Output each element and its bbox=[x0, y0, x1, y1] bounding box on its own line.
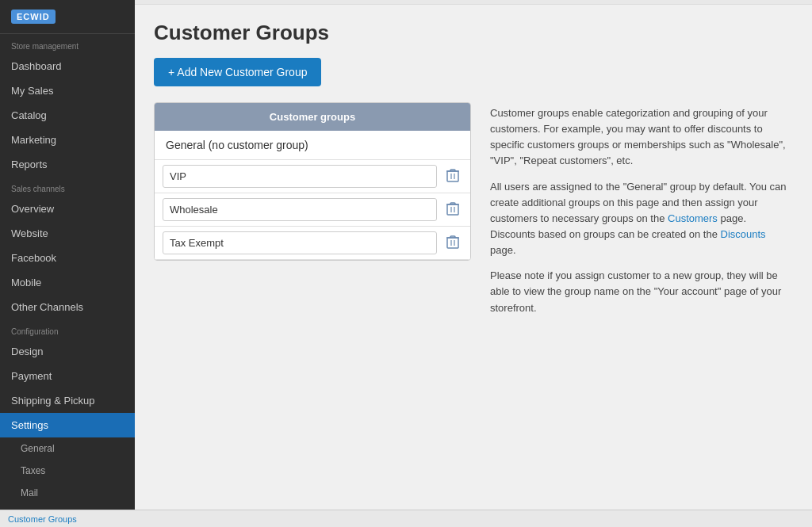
sidebar-item-settings[interactable]: Settings bbox=[0, 413, 135, 437]
logo-text: ECWID bbox=[11, 10, 56, 24]
sidebar-item-dashboard[interactable]: Dashboard bbox=[0, 54, 135, 78]
svg-rect-0 bbox=[447, 171, 458, 181]
discounts-link[interactable]: Discounts bbox=[721, 228, 766, 240]
configuration-label: Configuration bbox=[0, 319, 135, 339]
sidebar-sub-mail[interactable]: Mail bbox=[0, 482, 135, 504]
store-management-label: Store management bbox=[0, 34, 135, 54]
customers-link[interactable]: Customers bbox=[668, 212, 718, 224]
table-row bbox=[155, 227, 470, 260]
info-para2: All users are assigned to the "General" … bbox=[490, 179, 793, 259]
sidebar-item-catalog[interactable]: Catalog bbox=[0, 103, 135, 128]
sidebar-sub-taxes[interactable]: Taxes bbox=[0, 460, 135, 482]
breadcrumb: Customer Groups bbox=[0, 510, 812, 527]
info-para3: Please note if you assign customer to a … bbox=[490, 268, 793, 315]
page-content: Customer Groups + Add New Customer Group… bbox=[135, 5, 812, 345]
add-new-customer-group-button[interactable]: + Add New Customer Group bbox=[154, 58, 321, 86]
page-title: Customer Groups bbox=[154, 21, 793, 45]
info-para1: Customer groups enable categorization an… bbox=[490, 105, 793, 170]
sidebar-item-facebook[interactable]: Facebook bbox=[0, 246, 135, 270]
general-group-label: General (no customer group) bbox=[166, 139, 308, 151]
info-para2-suffix: page. bbox=[490, 244, 516, 256]
vip-group-input[interactable] bbox=[163, 165, 437, 188]
trash-icon bbox=[446, 201, 459, 216]
sidebar-item-marketing[interactable]: Marketing bbox=[0, 128, 135, 152]
customer-groups-table: Customer groups General (no customer gro… bbox=[154, 102, 471, 261]
breadcrumb-link[interactable]: Customer Groups bbox=[8, 514, 77, 524]
sidebar-item-my-sales[interactable]: My Sales bbox=[0, 78, 135, 103]
sidebar-item-payment[interactable]: Payment bbox=[0, 364, 135, 388]
table-header: Customer groups bbox=[155, 103, 470, 131]
delete-wholesale-button[interactable] bbox=[443, 200, 462, 220]
trash-icon bbox=[446, 235, 459, 249]
sidebar-item-design[interactable]: Design bbox=[0, 339, 135, 364]
svg-rect-4 bbox=[447, 204, 458, 215]
trash-icon bbox=[446, 168, 459, 182]
table-row bbox=[155, 160, 470, 193]
sales-channels-label: Sales channels bbox=[0, 177, 135, 197]
logo: ECWID bbox=[0, 0, 135, 34]
sidebar-sub-general[interactable]: General bbox=[0, 437, 135, 460]
sidebar-item-shipping[interactable]: Shipping & Pickup bbox=[0, 388, 135, 413]
wholesale-group-input[interactable] bbox=[163, 198, 437, 221]
main-content: Customer Groups + Add New Customer Group… bbox=[135, 0, 812, 527]
sidebar-item-mobile[interactable]: Mobile bbox=[0, 270, 135, 295]
info-panel: Customer groups enable categorization an… bbox=[490, 102, 793, 329]
content-row: Customer groups General (no customer gro… bbox=[154, 102, 793, 329]
svg-rect-8 bbox=[447, 238, 458, 248]
sidebar-item-website[interactable]: Website bbox=[0, 221, 135, 246]
sidebar-item-other-channels[interactable]: Other Channels bbox=[0, 295, 135, 319]
general-group-row: General (no customer group) bbox=[155, 131, 470, 160]
sidebar-item-overview[interactable]: Overview bbox=[0, 197, 135, 221]
sidebar: ECWID Store management Dashboard My Sale… bbox=[0, 0, 135, 527]
table-row bbox=[155, 193, 470, 227]
tax-exempt-group-input[interactable] bbox=[163, 231, 437, 254]
delete-vip-button[interactable] bbox=[443, 166, 462, 187]
delete-tax-exempt-button[interactable] bbox=[443, 233, 462, 254]
sidebar-item-reports[interactable]: Reports bbox=[0, 152, 135, 177]
